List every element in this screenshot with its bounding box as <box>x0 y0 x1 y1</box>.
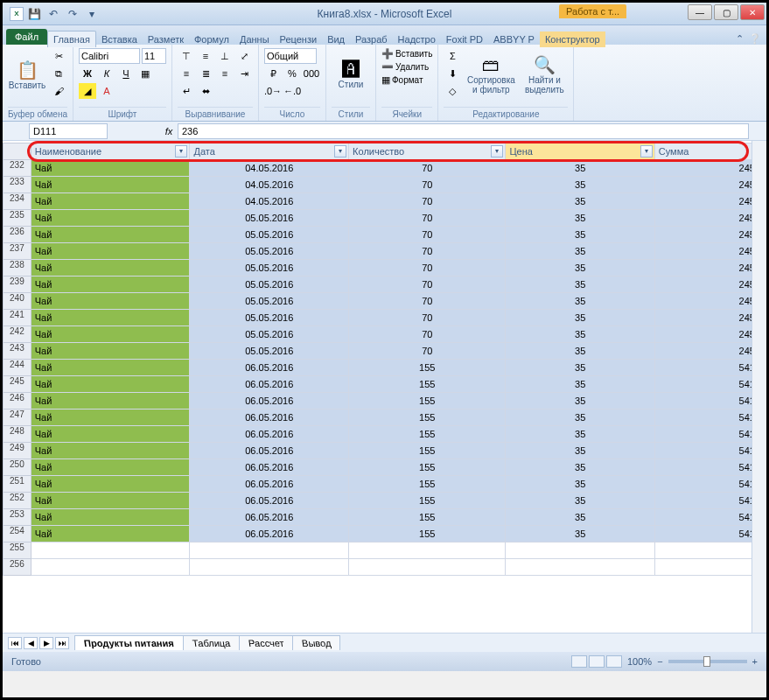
cell-date[interactable]: 06.05.2016 <box>190 443 349 459</box>
row-header[interactable]: 248 <box>3 426 31 443</box>
view-layout-icon[interactable] <box>589 655 605 668</box>
format-cells-icon[interactable]: ▦ <box>381 74 390 86</box>
cell-price[interactable]: 35 <box>506 459 654 476</box>
increase-decimal-icon[interactable]: .0→ <box>264 83 282 99</box>
name-box[interactable]: D111 <box>29 123 108 139</box>
tab-nav-next-icon[interactable]: ▶ <box>39 637 53 649</box>
cell-price[interactable]: 35 <box>506 326 654 343</box>
cell-qty[interactable]: 155 <box>349 376 506 393</box>
cell-qty[interactable]: 70 <box>349 293 506 310</box>
cell-qty[interactable]: 155 <box>349 426 506 443</box>
cell-price[interactable]: 35 <box>506 493 654 509</box>
cell-price[interactable]: 35 <box>506 227 654 243</box>
empty-cell[interactable] <box>31 542 190 559</box>
italic-icon[interactable]: К <box>98 66 115 81</box>
cell-qty[interactable]: 70 <box>349 343 506 360</box>
cell-date[interactable]: 06.05.2016 <box>190 426 349 443</box>
cell-sum[interactable]: 2457 <box>654 293 766 310</box>
empty-cell[interactable] <box>506 559 654 576</box>
fx-icon[interactable]: fx <box>160 126 178 136</box>
cell-sum[interactable]: 5418 <box>654 426 766 443</box>
cell-qty[interactable]: 70 <box>349 193 506 210</box>
tab-nav-prev-icon[interactable]: ◀ <box>24 637 38 649</box>
cell-qty[interactable]: 70 <box>349 260 506 276</box>
empty-cell[interactable] <box>349 559 506 576</box>
format-painter-icon[interactable]: 🖌 <box>50 83 67 99</box>
filter-dropdown-icon[interactable]: ▾ <box>491 145 503 158</box>
cell-qty[interactable]: 155 <box>349 509 506 526</box>
border-icon[interactable]: ▦ <box>136 66 154 81</box>
merge-icon[interactable]: ⬌ <box>197 83 214 99</box>
empty-cell[interactable] <box>654 559 766 576</box>
cell-qty[interactable]: 155 <box>349 410 506 426</box>
row-header[interactable]: 237 <box>3 243 31 260</box>
cell-sum[interactable]: 2457 <box>654 276 766 293</box>
cell-qty[interactable]: 70 <box>349 326 506 343</box>
row-header[interactable]: 238 <box>3 260 31 276</box>
cell-date[interactable]: 05.05.2016 <box>190 293 349 310</box>
cell-qty[interactable]: 155 <box>349 393 506 410</box>
cell-name[interactable]: Чай <box>31 260 190 276</box>
cell-sum[interactable]: 2457 <box>654 210 766 227</box>
cell-sum[interactable]: 2457 <box>654 243 766 260</box>
percent-icon[interactable]: % <box>283 66 301 81</box>
empty-cell[interactable] <box>31 559 190 576</box>
cell-price[interactable]: 35 <box>506 193 654 210</box>
cell-date[interactable]: 05.05.2016 <box>190 343 349 360</box>
clear-icon[interactable]: ◇ <box>444 83 461 99</box>
cell-sum[interactable]: 5418 <box>654 360 766 376</box>
cell-price[interactable]: 35 <box>506 343 654 360</box>
cell-name[interactable]: Чай <box>31 443 190 459</box>
cell-sum[interactable]: 5418 <box>654 376 766 393</box>
cell-price[interactable]: 35 <box>506 260 654 276</box>
row-header[interactable]: 244 <box>3 360 31 376</box>
find-select-button[interactable]: 🔍 Найти и выделить <box>521 48 568 101</box>
cell-qty[interactable]: 155 <box>349 443 506 459</box>
cell-name[interactable]: Чай <box>31 193 190 210</box>
cell-price[interactable]: 35 <box>506 310 654 326</box>
empty-cell[interactable] <box>190 559 349 576</box>
align-middle-icon[interactable]: ≡ <box>197 48 214 64</box>
cell-name[interactable]: Чай <box>31 426 190 443</box>
styles-button[interactable]: 🅰 Стили <box>332 48 370 101</box>
cell-price[interactable]: 35 <box>506 160 654 177</box>
minimize-ribbon-icon[interactable]: ⌃ <box>736 33 744 45</box>
empty-cell[interactable] <box>654 542 766 559</box>
row-header[interactable]: 241 <box>3 310 31 326</box>
cell-qty[interactable]: 70 <box>349 160 506 177</box>
cell-sum[interactable]: 2457 <box>654 310 766 326</box>
align-right-icon[interactable]: ≡ <box>216 66 234 81</box>
column-header-0[interactable]: Наименование▾ <box>31 144 190 160</box>
cell-qty[interactable]: 70 <box>349 243 506 260</box>
cell-date[interactable]: 06.05.2016 <box>190 509 349 526</box>
sheet-tab-1[interactable]: Таблица <box>183 635 240 650</box>
cell-price[interactable]: 35 <box>506 426 654 443</box>
ribbon-tab-11[interactable]: Конструктор <box>540 32 605 47</box>
cell-date[interactable]: 06.05.2016 <box>190 476 349 493</box>
cell-date[interactable]: 05.05.2016 <box>190 310 349 326</box>
cell-date[interactable]: 06.05.2016 <box>190 410 349 426</box>
copy-icon[interactable]: ⧉ <box>50 66 67 81</box>
row-header[interactable]: 235 <box>3 210 31 227</box>
cell-sum[interactable]: 5418 <box>654 443 766 459</box>
cell-sum[interactable]: 5418 <box>654 526 766 542</box>
row-header[interactable]: 232 <box>3 160 31 177</box>
filter-dropdown-icon[interactable]: ▾ <box>334 145 346 158</box>
column-header-1[interactable]: Дата▾ <box>190 144 349 160</box>
cell-name[interactable]: Чай <box>31 227 190 243</box>
cell-sum[interactable]: 2457 <box>654 343 766 360</box>
cell-sum[interactable]: 5418 <box>654 459 766 476</box>
cell-name[interactable]: Чай <box>31 210 190 227</box>
close-button[interactable]: ✕ <box>740 4 765 20</box>
cell-sum[interactable]: 2457 <box>654 260 766 276</box>
sheet-tab-2[interactable]: Рассчет <box>239 635 294 650</box>
cell-name[interactable]: Чай <box>31 276 190 293</box>
cell-name[interactable]: Чай <box>31 326 190 343</box>
cell-sum[interactable]: 2458 <box>654 177 766 193</box>
cell-name[interactable]: Чай <box>31 526 190 542</box>
vertical-scrollbar[interactable] <box>752 141 766 633</box>
paste-button[interactable]: 📋 Вставить <box>8 48 46 101</box>
currency-icon[interactable]: ₽ <box>264 66 282 81</box>
column-header-3[interactable]: Цена▾ <box>506 144 654 160</box>
cell-name[interactable]: Чай <box>31 476 190 493</box>
